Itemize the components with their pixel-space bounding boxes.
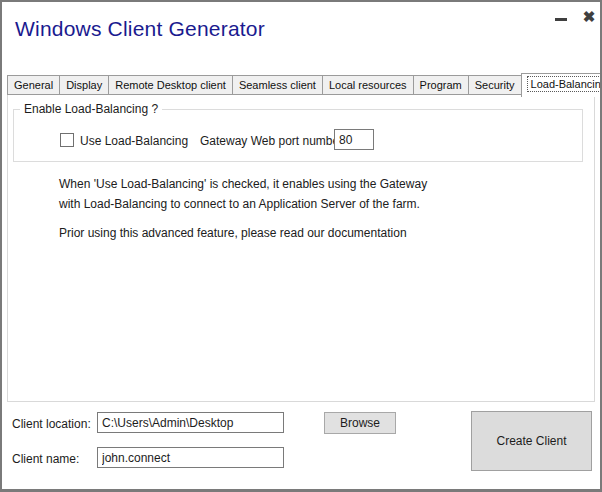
tab-local-resources[interactable]: Local resources [322, 75, 414, 95]
groupbox-title: Enable Load-Balancing ? [20, 102, 162, 116]
create-client-button[interactable]: Create Client [471, 411, 592, 471]
tab-program[interactable]: Program [413, 75, 469, 95]
tab-display[interactable]: Display [59, 75, 109, 95]
minimize-button[interactable] [552, 12, 570, 26]
client-name-label: Client name: [12, 452, 79, 466]
gateway-web-port-label: Gateway Web port number [200, 134, 343, 148]
client-location-input[interactable] [97, 412, 284, 433]
description-line-3: Prior using this advanced feature, pleas… [59, 226, 407, 240]
tab-general[interactable]: General [7, 75, 60, 95]
browse-button[interactable]: Browse [324, 412, 396, 434]
close-icon: ✖ [583, 8, 596, 26]
use-load-balancing-label: Use Load-Balancing [80, 134, 188, 148]
page-title: Windows Client Generator [15, 17, 265, 41]
description-line-1: When 'Use Load-Balancing' is checked, it… [59, 177, 427, 191]
close-button[interactable]: ✖ [579, 7, 599, 27]
windows-client-generator-window: Windows Client Generator ✖ General Displ… [0, 0, 602, 492]
description-line-2: with Load-Balancing to connect to an App… [59, 197, 420, 211]
tab-remote-desktop-client[interactable]: Remote Desktop client [108, 75, 233, 95]
load-balancing-tab-page: Enable Load-Balancing ? Use Load-Balanci… [7, 94, 595, 402]
gateway-web-port-input[interactable] [334, 129, 374, 150]
client-name-input[interactable] [97, 447, 284, 468]
tab-load-balancing[interactable]: Load-Balancing [521, 73, 602, 97]
tab-seamless-client[interactable]: Seamless client [232, 75, 323, 95]
tab-strip: General Display Remote Desktop client Se… [7, 74, 602, 95]
tab-security[interactable]: Security [468, 75, 522, 95]
minimize-icon [555, 18, 567, 21]
client-location-label: Client location: [12, 417, 91, 431]
use-load-balancing-checkbox[interactable] [60, 133, 74, 147]
